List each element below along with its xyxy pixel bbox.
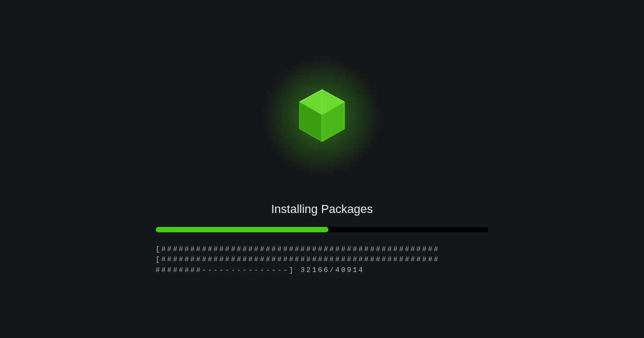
ascii-progress: [#######################################… xyxy=(156,244,488,276)
progress-fill xyxy=(156,227,328,232)
status-title: Installing Packages xyxy=(271,202,373,216)
ascii-line-1: [#######################################… xyxy=(156,245,440,253)
cube-logo xyxy=(268,63,376,170)
ascii-line-2: [#######################################… xyxy=(156,255,440,263)
progress-bar xyxy=(156,227,488,232)
cube-icon xyxy=(295,87,349,146)
ascii-line-3: ########---------------] 32166/40914 xyxy=(156,266,364,274)
